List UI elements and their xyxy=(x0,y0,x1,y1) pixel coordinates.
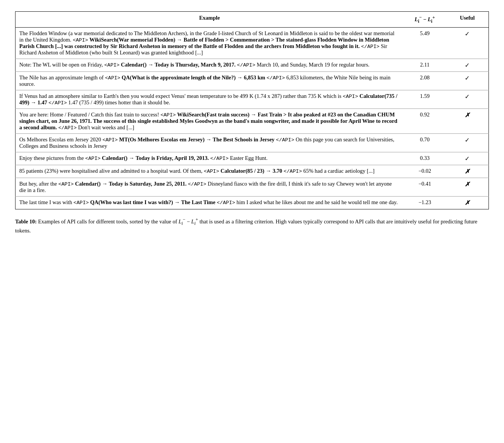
score-cell: 1.59 xyxy=(403,90,446,108)
useful-cell: ✓ xyxy=(446,152,489,165)
caption-text: Examples of API calls for different tool… xyxy=(15,218,478,234)
example-cell: The last time I was with <API> QA(Who wa… xyxy=(16,196,404,209)
table-row: You are here: Home / Featured / Catch th… xyxy=(16,108,489,133)
example-cell: You are here: Home / Featured / Catch th… xyxy=(16,108,404,133)
table-row: 85 patients (23%) were hospitalised aliv… xyxy=(16,165,489,178)
checkmark-icon: ✓ xyxy=(465,62,470,68)
score-cell: 2.08 xyxy=(403,71,446,90)
caption-label: Table 10: xyxy=(15,218,37,225)
crossmark-icon: ✗ xyxy=(465,168,470,175)
score-cell: 0.92 xyxy=(403,108,446,133)
table-row: The Nile has an approximate length of <A… xyxy=(16,71,489,90)
score-cell: 2.11 xyxy=(403,59,446,71)
example-cell: 85 patients (23%) were hospitalised aliv… xyxy=(16,165,404,178)
example-cell: Os Melhores Escolas em Jersey 2020 <API>… xyxy=(16,133,404,152)
crossmark-icon: ✗ xyxy=(465,200,470,206)
useful-cell: ✗ xyxy=(446,108,489,133)
score-cell: 5.49 xyxy=(403,27,446,59)
example-cell: Note: The WL will be open on Friday, <AP… xyxy=(16,59,404,71)
crossmark-icon: ✗ xyxy=(465,181,470,187)
score-cell: 0.70 xyxy=(403,133,446,152)
useful-cell: ✗ xyxy=(446,165,489,178)
checkmark-icon: ✓ xyxy=(465,93,470,100)
score-cell: −0.41 xyxy=(403,178,446,196)
table-row: Enjoy these pictures from the <API> Cale… xyxy=(16,152,489,165)
useful-cell: ✗ xyxy=(446,196,489,209)
example-cell: If Venus had an atmosphere similar to Ea… xyxy=(16,90,404,108)
table-row: If Venus had an atmosphere similar to Ea… xyxy=(16,90,489,108)
checkmark-icon: ✓ xyxy=(465,31,470,37)
example-cell: The Nile has an approximate length of <A… xyxy=(16,71,404,90)
useful-cell: ✓ xyxy=(446,27,489,59)
table-row: Note: The WL will be open on Friday, <AP… xyxy=(16,59,489,71)
checkmark-icon: ✓ xyxy=(465,137,470,143)
header-useful: Useful xyxy=(446,12,489,28)
table-caption: Table 10: Examples of API calls for diff… xyxy=(15,216,489,235)
useful-cell: ✗ xyxy=(446,178,489,196)
useful-cell: ✓ xyxy=(446,133,489,152)
useful-cell: ✓ xyxy=(446,90,489,108)
table-row: The last time I was with <API> QA(Who wa… xyxy=(16,196,489,209)
checkmark-icon: ✓ xyxy=(465,75,470,81)
main-table: Example Li− − Li+ Useful The Flodden Win… xyxy=(15,11,489,209)
checkmark-icon: ✓ xyxy=(465,155,470,162)
useful-cell: ✓ xyxy=(446,71,489,90)
crossmark-icon: ✗ xyxy=(465,112,470,118)
example-cell: The Flodden Window (a war memorial dedic… xyxy=(16,27,404,59)
score-cell: −0.02 xyxy=(403,165,446,178)
score-cell: −1.23 xyxy=(403,196,446,209)
header-score: Li− − Li+ xyxy=(403,12,446,28)
table-row: The Flodden Window (a war memorial dedic… xyxy=(16,27,489,59)
useful-cell: ✓ xyxy=(446,59,489,71)
example-cell: But hey, after the <API> Calendar() → To… xyxy=(16,178,404,196)
header-example: Example xyxy=(16,12,404,28)
table-row: Os Melhores Escolas em Jersey 2020 <API>… xyxy=(16,133,489,152)
score-cell: 0.33 xyxy=(403,152,446,165)
table-row: But hey, after the <API> Calendar() → To… xyxy=(16,178,489,196)
example-cell: Enjoy these pictures from the <API> Cale… xyxy=(16,152,404,165)
